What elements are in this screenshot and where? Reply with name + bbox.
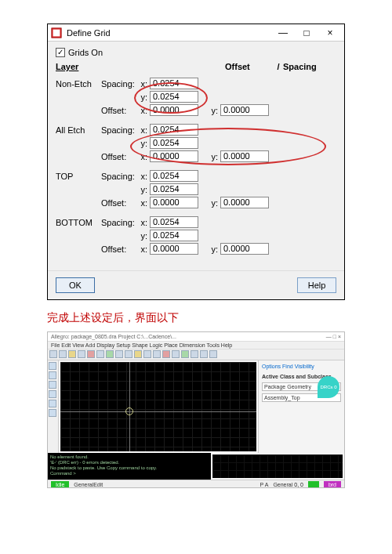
dialog-button-bar: OK Help — [48, 270, 344, 299]
toolbar-icon[interactable] — [68, 350, 76, 358]
spacing-label: Spacing: — [101, 79, 139, 89]
tool-icon[interactable] — [49, 371, 56, 379]
offset-label: Offset: — [101, 244, 139, 254]
maximize-icon[interactable]: □ — [300, 27, 313, 38]
define-grid-dialog: Define Grid — □ × ✓ Grids On Layer Offse… — [47, 24, 345, 300]
toolbar-icon[interactable] — [162, 350, 170, 358]
app-bottom: No element found. 'E-' (DRC err) - 0 err… — [48, 453, 344, 480]
cmd-line: No element found. — [50, 454, 209, 460]
layer-section-nonetch: Non-Etch Spacing: x: 0.0254 y: 0.0254 Of… — [56, 78, 336, 116]
offset-label: Offset: — [101, 198, 139, 208]
window-buttons: — □ × — [277, 27, 341, 38]
tool-icon[interactable] — [49, 390, 56, 398]
offset-x-input[interactable]: 0.0000 — [150, 197, 198, 208]
status-coords: General 0, 0 — [273, 482, 303, 487]
tool-icon[interactable] — [49, 409, 56, 417]
status-brd: brd — [324, 481, 341, 489]
left-toolstrip — [48, 360, 59, 453]
cmd-line: 'E-' (DRC err) - 0 errors detected. — [50, 460, 209, 465]
help-button[interactable]: Help — [297, 277, 336, 293]
layer-name: TOP — [56, 172, 101, 181]
design-canvas[interactable] — [60, 362, 256, 451]
grids-on-checkbox[interactable]: ✓ — [56, 48, 65, 57]
axis-y: y: — [139, 92, 150, 102]
toolbar-icon[interactable] — [115, 350, 123, 358]
header-offset: Offset — [225, 62, 274, 71]
app-titlebar: Allegro: package_0805.dra Project C:\...… — [48, 332, 344, 342]
spacing-label: Spacing: — [101, 125, 139, 135]
svg-rect-1 — [53, 29, 60, 36]
app-main: Options Find Visibility Active Class and… — [48, 360, 344, 453]
spacing-x-input[interactable]: 0.0254 — [150, 216, 198, 228]
app-menubar[interactable]: File Edit View Add Display Setup Shape L… — [48, 342, 344, 349]
document-page: Define Grid — □ × ✓ Grids On Layer Offse… — [0, 0, 392, 504]
spacing-x-input[interactable]: 0.0254 — [150, 170, 198, 182]
spacing-y-input[interactable]: 0.0254 — [150, 230, 198, 241]
axis-x: x: — [139, 79, 150, 89]
offset-x-input[interactable]: 0.0000 — [150, 150, 198, 162]
header-slash: / — [274, 62, 283, 71]
window-controls: — □ × — [326, 334, 341, 339]
minimize-icon[interactable]: — — [277, 27, 289, 38]
allegro-screenshot: Allegro: package_0805.dra Project C:\...… — [47, 331, 345, 488]
toolbar-icon[interactable] — [200, 350, 208, 358]
toolbar-icon[interactable] — [96, 350, 104, 358]
grids-on-row: ✓ Grids On — [56, 48, 336, 57]
toolbar-icon[interactable] — [78, 350, 85, 358]
offset-x-input[interactable]: 0.0000 — [150, 104, 198, 116]
toolbar-icon[interactable] — [125, 350, 132, 358]
spacing-y-input[interactable]: 0.0254 — [150, 183, 198, 195]
layer-section-alletch: All Etch Spacing: x: 0.0254 y: 0.0254 — [56, 124, 336, 162]
cmd-line: Command > — [50, 471, 209, 476]
toolbar-icon[interactable] — [153, 350, 161, 358]
origin-axis-h — [60, 411, 256, 412]
app-toolbar — [48, 349, 344, 360]
column-headers: Layer Offset / Spacing — [56, 62, 336, 71]
spacing-y-input[interactable]: 0.0254 — [150, 91, 198, 103]
spacing-y-input[interactable]: 0.0254 — [150, 137, 198, 149]
layer-section-bottom: BOTTOM Spacing: x: 0.0254 y: 0.0254 Of — [56, 216, 336, 255]
dialog-titlebar: Define Grid — □ × — [48, 24, 344, 42]
header-layer: Layer — [56, 62, 109, 71]
spacing-label: Spacing: — [101, 218, 139, 227]
offset-y-input[interactable]: 0.0000 — [220, 197, 269, 208]
origin-marker-icon — [125, 407, 133, 415]
drc-badge-icon: DRCs 0 — [318, 376, 339, 398]
toolbar-icon[interactable] — [87, 350, 95, 358]
spacing-x-input[interactable]: 0.0254 — [150, 124, 198, 136]
layer-name: BOTTOM — [56, 218, 101, 227]
toolbar-icon[interactable] — [209, 350, 217, 358]
spacing-x-input[interactable]: 0.0254 — [150, 78, 198, 89]
toolbar-icon[interactable] — [106, 350, 114, 358]
tool-icon[interactable] — [49, 400, 56, 407]
toolbar-icon[interactable] — [59, 350, 67, 358]
status-units: P A — [260, 482, 269, 487]
offset-x-input[interactable]: 0.0000 — [150, 243, 198, 255]
status-mode: GeneralEdit — [74, 482, 103, 487]
command-window[interactable]: No element found. 'E-' (DRC err) - 0 err… — [48, 453, 211, 480]
offset-y-input[interactable]: 0.0000 — [220, 150, 269, 162]
cmd-line: No padstack to paste. Use Copy command t… — [50, 465, 209, 471]
axis-x: x: — [139, 106, 150, 115]
toolbar-icon[interactable] — [172, 350, 180, 358]
tool-icon[interactable] — [49, 362, 56, 370]
offset-y-input[interactable]: 0.0000 — [220, 104, 269, 116]
options-panel: Options Find Visibility Active Class and… — [258, 360, 344, 453]
ok-button[interactable]: OK — [56, 277, 95, 293]
toolbar-icon[interactable] — [49, 350, 57, 358]
world-view[interactable] — [212, 454, 343, 478]
app-icon — [51, 27, 62, 38]
header-spacing: Spacing — [283, 62, 336, 71]
options-tabs[interactable]: Options Find Visibility — [262, 364, 341, 369]
toolbar-icon[interactable] — [134, 350, 142, 358]
offset-y-input[interactable]: 0.0000 — [220, 243, 269, 255]
dialog-title: Define Grid — [67, 28, 277, 38]
toolbar-icon[interactable] — [191, 350, 198, 358]
toolbar-icon[interactable] — [143, 350, 151, 358]
layer-section-top: TOP Spacing: x: 0.0254 y: 0.0254 Offse — [56, 170, 336, 208]
toolbar-icon[interactable] — [181, 350, 189, 358]
layer-name: Non-Etch — [56, 79, 101, 89]
close-icon[interactable]: × — [324, 27, 336, 38]
tool-icon[interactable] — [49, 381, 56, 389]
axis-y: y: — [209, 106, 220, 115]
